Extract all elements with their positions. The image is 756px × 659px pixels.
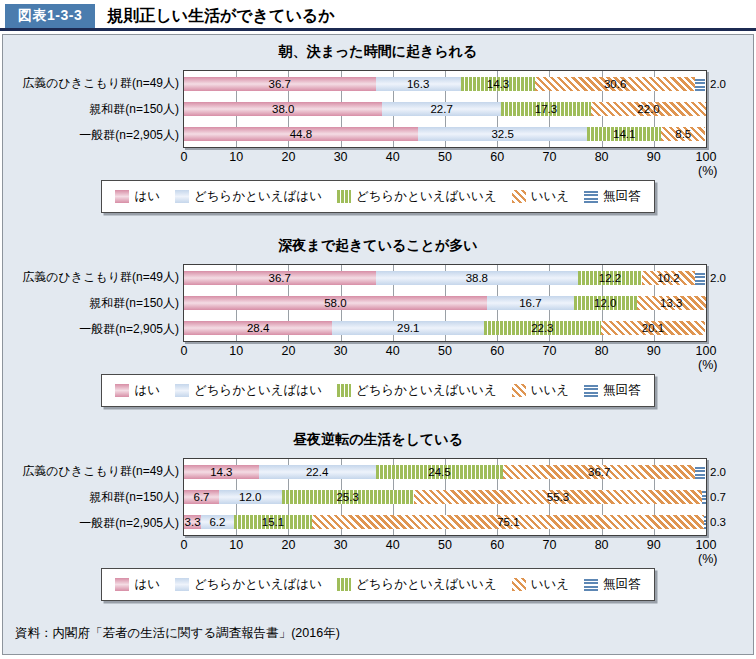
- bar-segment-vstripes: 25.3: [282, 490, 414, 504]
- legend-item-label: 無回答: [603, 188, 641, 205]
- bar-segment-hstripes: [695, 77, 705, 91]
- bar-segment-solid: 36.7: [184, 271, 376, 285]
- axis-tick-label: 0: [181, 344, 188, 358]
- axis-tick-label: 60: [490, 150, 504, 164]
- axis-tick-label: 0: [181, 538, 188, 552]
- bar-segment-hstripes: [695, 465, 705, 479]
- category-labels: 広義のひきこもり群(n=49人)親和群(n=150人)一般群(n=2,905人): [3, 70, 183, 148]
- segment-value-label: 55.3: [547, 490, 569, 504]
- bar-segment-solid: 28.4: [184, 321, 332, 335]
- bar-segment-solid: 16.7: [487, 296, 574, 310]
- bar-segment-vstripes: 22.3: [484, 321, 600, 335]
- bar-track: 58.016.712.013.3: [184, 296, 706, 310]
- segment-value-label: 30.6: [604, 77, 626, 91]
- segment-value-label: 17.3: [535, 102, 557, 116]
- axis-tick-label: 40: [386, 344, 400, 358]
- bar-segment-solid: 22.4: [259, 465, 376, 479]
- legend-swatch-vstripes: [337, 384, 351, 397]
- charts-container: 朝、決まった時間に起きられる広義のひきこもり群(n=49人)親和群(n=150人…: [3, 43, 753, 601]
- bar-row: 44.832.514.18.5: [184, 122, 706, 147]
- axis-tick-label: 80: [595, 344, 609, 358]
- legend-swatch-solid: [115, 190, 129, 203]
- axis-tick-label: 80: [595, 150, 609, 164]
- bar-row: 3.36.215.175.10.3: [184, 510, 706, 535]
- legend-item: 無回答: [584, 188, 641, 205]
- segment-value-label: 32.5: [491, 127, 513, 141]
- legend-item-label: はい: [134, 576, 160, 593]
- legend-item: 無回答: [584, 576, 641, 593]
- segment-value-label: 6.2: [209, 515, 225, 529]
- percent-unit-label: (%): [698, 164, 717, 178]
- bar-segment-dstripes: 75.1: [312, 515, 704, 529]
- legend-box: はいどちらかといえばはいどちらかといえばいいえいいえ無回答: [101, 374, 654, 407]
- bar-segment-dstripes: 8.5: [661, 127, 705, 141]
- axis-tick-label: 60: [490, 344, 504, 358]
- bar-row: 58.016.712.013.3: [184, 290, 706, 315]
- bar-segment-solid: 6.7: [184, 490, 219, 504]
- bar-track: 36.738.812.210.22.0: [184, 271, 706, 285]
- category-labels: 広義のひきこもり群(n=49人)親和群(n=150人)一般群(n=2,905人): [3, 458, 183, 536]
- row-label: 親和群(n=150人): [3, 96, 179, 122]
- legend-swatch-dstripes: [512, 190, 526, 203]
- legend-item-label: いいえ: [531, 576, 569, 593]
- plot-area: 36.738.812.210.22.058.016.712.013.328.42…: [183, 264, 707, 342]
- legend-item: いいえ: [512, 188, 569, 205]
- bar-segment-vstripes: 24.5: [376, 465, 504, 479]
- row-label: 広義のひきこもり群(n=49人): [3, 264, 179, 290]
- x-axis: 0102030405060708090100(%): [184, 148, 706, 176]
- segment-value-label: 16.3: [407, 77, 429, 91]
- plot-area: 14.322.424.536.72.06.712.025.355.30.73.3…: [183, 458, 707, 536]
- bar-track: 28.429.122.320.1: [184, 321, 706, 335]
- segment-value-label: 22.4: [306, 465, 328, 479]
- chart-section: 朝、決まった時間に起きられる広義のひきこもり群(n=49人)親和群(n=150人…: [3, 43, 753, 213]
- legend-item-label: いいえ: [531, 188, 569, 205]
- segment-value-label: 22.0: [637, 102, 659, 116]
- segment-value-label: 38.8: [466, 271, 488, 285]
- axis-tick-label: 20: [281, 150, 295, 164]
- legend-swatch-solid: [115, 384, 129, 397]
- bar-row: 14.322.424.536.72.0: [184, 459, 706, 484]
- legend-item-label: はい: [134, 188, 160, 205]
- segment-value-label: 36.7: [269, 271, 291, 285]
- legend-item-label: どちらかといえばはい: [194, 382, 322, 399]
- legend-item-label: どちらかといえばはい: [194, 576, 322, 593]
- bar-segment-solid: 38.8: [376, 271, 579, 285]
- segment-value-label: 25.3: [336, 490, 358, 504]
- segment-value-label: 58.0: [324, 296, 346, 310]
- bar-segment-vstripes: 14.3: [461, 77, 536, 91]
- axis-tick-label: 30: [334, 344, 348, 358]
- axis-tick-label: 20: [281, 538, 295, 552]
- bar-segment-vstripes: 17.3: [501, 102, 591, 116]
- axis-tick-label: 70: [542, 150, 556, 164]
- bar-segment-solid: 12.0: [219, 490, 282, 504]
- legend-item-label: はい: [134, 382, 160, 399]
- legend-swatch-dstripes: [512, 578, 526, 591]
- legend-item: いいえ: [512, 576, 569, 593]
- bar-track: 3.36.215.175.10.3: [184, 515, 706, 529]
- segment-value-label: 8.5: [675, 127, 691, 141]
- segment-value-label: 14.1: [613, 127, 635, 141]
- segment-value-label: 16.7: [519, 296, 541, 310]
- row-label: 一般群(n=2,905人): [3, 510, 179, 536]
- row-label: 親和群(n=150人): [3, 484, 179, 510]
- bar-segment-vstripes: 12.0: [574, 296, 637, 310]
- legend-box: はいどちらかといえばはいどちらかといえばいいえいいえ無回答: [101, 568, 654, 601]
- bar-track: 44.832.514.18.5: [184, 127, 706, 141]
- outside-value-label: 2.0: [706, 78, 726, 90]
- axis-tick-label: 100: [696, 150, 717, 164]
- legend-item: どちらかといえばはい: [175, 188, 322, 205]
- bar-segment-dstripes: 10.2: [642, 271, 695, 285]
- percent-unit-label: (%): [698, 552, 717, 566]
- legend-item: どちらかといえばいいえ: [337, 576, 497, 593]
- chart-title: 深夜まで起きていることが多い: [3, 237, 753, 255]
- bar-segment-solid: 3.3: [184, 515, 201, 529]
- bar-segment-solid: 36.7: [184, 77, 376, 91]
- legend-swatch-hstripes: [584, 384, 598, 397]
- legend-item-label: どちらかといえばいいえ: [356, 576, 497, 593]
- legend-swatch-hstripes: [584, 578, 598, 591]
- bar-segment-vstripes: 12.2: [578, 271, 642, 285]
- page-title: 規則正しい生活ができているか: [95, 4, 334, 28]
- legend-box: はいどちらかといえばはいどちらかといえばいいえいいえ無回答: [101, 180, 654, 213]
- chart-body: 広義のひきこもり群(n=49人)親和群(n=150人)一般群(n=2,905人)…: [3, 458, 753, 536]
- legend-item: いいえ: [512, 382, 569, 399]
